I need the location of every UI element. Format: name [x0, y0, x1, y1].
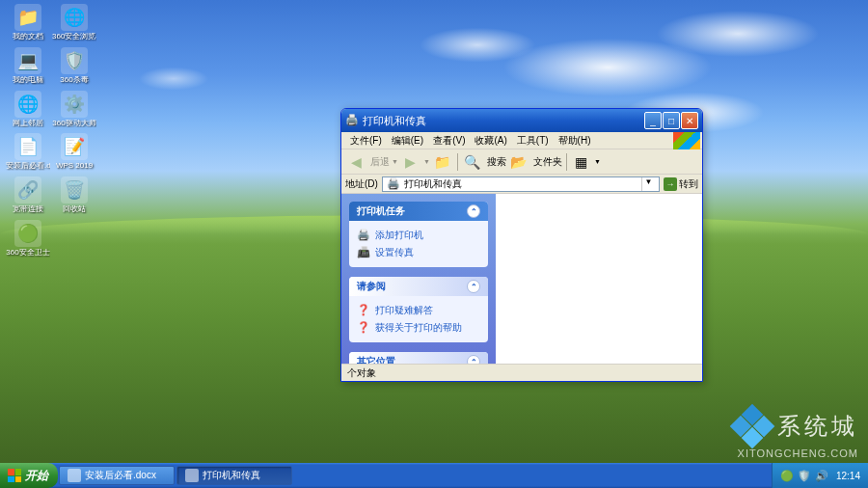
- forward-arrow-icon: ▶: [405, 154, 416, 170]
- item-label: 添加打印机: [375, 229, 423, 242]
- menu-item[interactable]: 帮助(H): [554, 134, 596, 148]
- app-icon: 🌐: [61, 4, 88, 31]
- watermark-text: 系统城: [777, 411, 858, 442]
- task-label: 打印机和传真: [203, 469, 260, 482]
- collapse-icon[interactable]: ⌃: [467, 204, 480, 218]
- app-icon: ⚙️: [61, 91, 88, 118]
- desktop-icon[interactable]: ⚙️ 360驱动大师: [52, 91, 96, 128]
- menu-item[interactable]: 收藏(A): [470, 134, 511, 148]
- chevron-down-icon[interactable]: ▼: [423, 158, 430, 165]
- tray-icon[interactable]: 🟢: [780, 469, 794, 482]
- task-sidebar: 打印机任务 ⌃🖨️ 添加打印机📠 设置传真请参阅 ⌃❓ 打印疑难解答❓ 获得关于…: [341, 194, 496, 364]
- desktop-icon[interactable]: 🔗 宽带连接: [6, 176, 50, 214]
- back-button[interactable]: ◀: [345, 151, 366, 173]
- desktop-icon[interactable]: 🟢 360安全卫士: [6, 220, 50, 258]
- search-button[interactable]: 🔍: [462, 151, 483, 173]
- app-icon: 💻: [14, 47, 41, 74]
- clock[interactable]: 12:14: [836, 471, 860, 481]
- watermark: 系统城 XITONGCHENG.COM: [733, 407, 858, 459]
- desktop-icon-grid: 📁 我的文档🌐 360安全浏览器💻 我的电脑🛡️ 360杀毒🌐 网上邻居⚙️ 3…: [6, 4, 96, 258]
- panel-header[interactable]: 打印机任务 ⌃: [349, 202, 488, 221]
- app-icon: 📁: [14, 4, 41, 31]
- desktop-icon[interactable]: 📁 我的文档: [6, 4, 50, 41]
- address-label: 地址(D): [345, 177, 378, 191]
- printer-icon: 🖨️: [345, 114, 359, 127]
- views-button[interactable]: ▦: [571, 151, 592, 173]
- app-icon: [68, 469, 81, 482]
- desktop-icon[interactable]: 🗑️ 回收站: [52, 176, 96, 214]
- taskbar: 开始 安装后必看.docx 打印机和传真 🟢 🛡️ 🔊 12:14: [0, 463, 868, 488]
- collapse-icon[interactable]: ⌃: [467, 280, 480, 293]
- panel-title: 打印机任务: [357, 204, 405, 218]
- icon-label: 网上邻居: [6, 120, 50, 128]
- folders-icon: 📂: [510, 154, 527, 170]
- system-tray[interactable]: 🟢 🛡️ 🔊 12:14: [772, 463, 868, 488]
- menu-item[interactable]: 工具(T): [512, 134, 554, 148]
- separator: [566, 153, 567, 171]
- panel-link[interactable]: ❓ 打印疑难解答: [357, 302, 480, 319]
- menu-item[interactable]: 编辑(E): [387, 134, 428, 148]
- item-label: 获得关于打印的帮助: [375, 321, 462, 335]
- desktop-icon[interactable]: 🛡️ 360杀毒: [52, 47, 96, 85]
- file-list-area[interactable]: [496, 194, 702, 364]
- minimize-button[interactable]: _: [644, 112, 662, 129]
- task-panel: 打印机任务 ⌃🖨️ 添加打印机📠 设置传真: [349, 202, 488, 267]
- collapse-icon[interactable]: ⌃: [467, 355, 480, 364]
- folders-label: 文件夹: [533, 155, 562, 169]
- windows-flag-icon: [8, 469, 21, 482]
- item-icon: 🖨️: [357, 229, 370, 242]
- panel-link[interactable]: 📠 设置传真: [357, 244, 480, 261]
- item-label: 设置传真: [375, 246, 414, 259]
- task-label: 安装后必看.docx: [85, 469, 156, 482]
- desktop-icon[interactable]: 🌐 360安全浏览器: [52, 4, 96, 41]
- panel-title: 请参阅: [357, 280, 386, 293]
- maximize-button[interactable]: □: [663, 112, 680, 129]
- menu-item[interactable]: 查看(V): [428, 134, 470, 148]
- folders-button[interactable]: 📂: [508, 151, 529, 173]
- start-button[interactable]: 开始: [0, 463, 58, 488]
- item-icon: ❓: [357, 304, 370, 317]
- go-button[interactable]: → 转到: [664, 177, 698, 191]
- app-icon: 🟢: [14, 220, 41, 247]
- desktop[interactable]: 📁 我的文档🌐 360安全浏览器💻 我的电脑🛡️ 360杀毒🌐 网上邻居⚙️ 3…: [0, 0, 868, 488]
- address-input[interactable]: 🖨️ 打印机和传真 ▼: [382, 176, 660, 192]
- desktop-icon[interactable]: 💻 我的电脑: [6, 47, 50, 85]
- panel-header[interactable]: 其它位置 ⌃: [349, 352, 488, 364]
- chevron-down-icon[interactable]: ▼: [594, 158, 601, 165]
- panel-header[interactable]: 请参阅 ⌃: [349, 277, 488, 296]
- app-icon: 🛡️: [61, 47, 88, 74]
- taskbar-item[interactable]: 打印机和传真: [176, 466, 292, 485]
- separator: [457, 153, 458, 171]
- icon-label: 我的文档: [6, 33, 50, 41]
- app-icon: 🌐: [14, 91, 41, 118]
- desktop-icon[interactable]: 📄 安装后必看.docx: [6, 133, 50, 171]
- tray-icon[interactable]: 🛡️: [798, 469, 811, 482]
- app-icon: 📄: [14, 133, 41, 160]
- desktop-icon[interactable]: 📝 WPS 2019: [52, 133, 96, 171]
- statusbar: 个对象: [341, 364, 702, 381]
- views-icon: ▦: [575, 154, 587, 170]
- window-title: 打印机和传真: [363, 114, 644, 128]
- taskbar-item[interactable]: 安装后必看.docx: [59, 466, 175, 485]
- close-button[interactable]: ✕: [681, 112, 698, 129]
- panel-body: 🖨️ 添加打印机📠 设置传真: [349, 221, 488, 267]
- up-button[interactable]: 📁: [432, 151, 453, 173]
- forward-button[interactable]: ▶: [400, 151, 421, 173]
- app-icon: 🔗: [14, 176, 41, 203]
- app-icon: [185, 469, 199, 482]
- folder-up-icon: 📁: [434, 154, 450, 170]
- titlebar[interactable]: 🖨️ 打印机和传真 _ □ ✕: [341, 109, 702, 132]
- task-panel: 其它位置 ⌃⚙️ 控制面板📷 扫描仪和照相机📁 我的文档🖼️ 图片收藏💻 我的电…: [349, 352, 488, 364]
- address-dropdown[interactable]: ▼: [641, 177, 655, 191]
- icon-label: 宽带连接: [6, 205, 50, 214]
- panel-link[interactable]: 🖨️ 添加打印机: [357, 227, 480, 244]
- desktop-icon[interactable]: 🌐 网上邻居: [6, 91, 50, 128]
- menu-item[interactable]: 文件(F): [345, 134, 387, 148]
- panel-link[interactable]: ❓ 获得关于打印的帮助: [357, 319, 480, 337]
- search-label: 搜索: [487, 155, 506, 169]
- address-value: 打印机和传真: [404, 177, 637, 191]
- go-arrow-icon: →: [664, 177, 677, 191]
- volume-icon[interactable]: 🔊: [815, 469, 828, 482]
- explorer-window: 🖨️ 打印机和传真 _ □ ✕ 文件(F)编辑(E)查看(V)收藏(A)工具(T…: [340, 108, 703, 382]
- chevron-down-icon[interactable]: ▼: [392, 158, 398, 165]
